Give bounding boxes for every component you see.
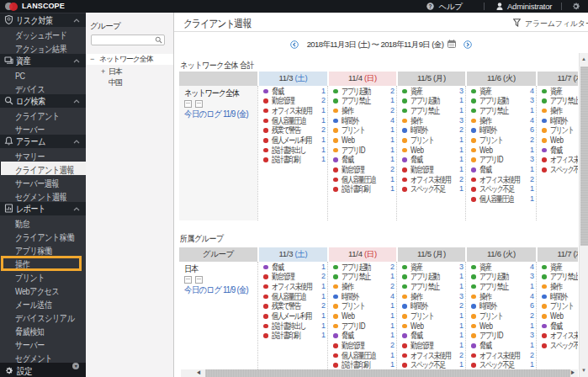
svg-text:?: ?	[429, 3, 432, 9]
